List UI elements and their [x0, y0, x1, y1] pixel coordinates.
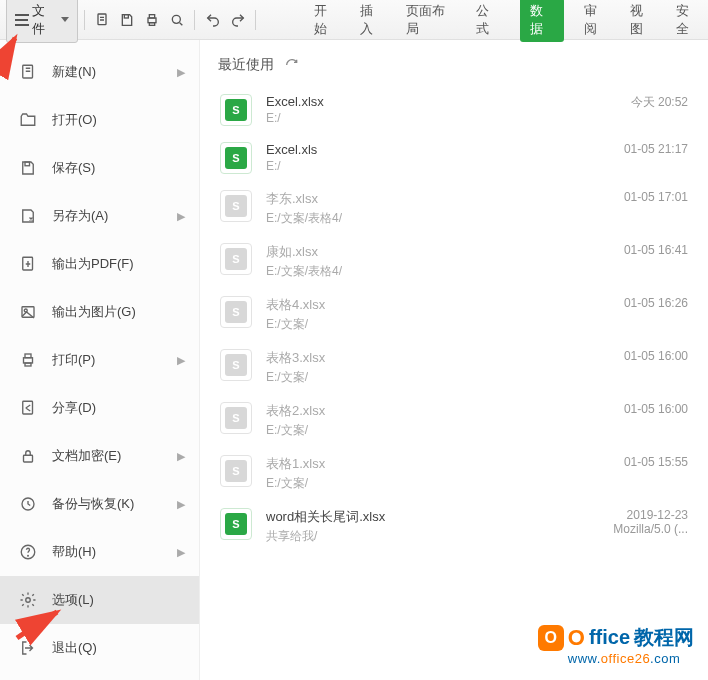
tab-insert[interactable]: 插入	[358, 0, 386, 42]
logo-badge-icon: O	[538, 625, 564, 651]
menu-encrypt[interactable]: 文档加密(E) ▶	[0, 432, 199, 480]
menu-backup[interactable]: 备份与恢复(K) ▶	[0, 480, 199, 528]
recent-file-row[interactable]: S 表格2.xlsx E:/文案/ 01-05 16:00	[218, 394, 690, 447]
tab-view[interactable]: 视图	[628, 0, 656, 42]
menu-export-image[interactable]: 输出为图片(G)	[0, 288, 199, 336]
menu-label: 帮助(H)	[52, 543, 96, 561]
divider	[194, 10, 195, 30]
spreadsheet-icon: S	[220, 402, 252, 434]
footer-logo: O Office教程网 www.office26.com	[538, 624, 694, 666]
menu-open[interactable]: 打开(O)	[0, 96, 199, 144]
file-path: E:/文案/	[266, 316, 564, 333]
svg-point-5	[172, 15, 180, 23]
tab-review[interactable]: 审阅	[582, 0, 610, 42]
recent-file-row[interactable]: S 表格4.xlsx E:/文案/ 01-05 16:26	[218, 288, 690, 341]
tab-pagelayout[interactable]: 页面布局	[404, 0, 456, 42]
file-time: 01-05 16:00	[578, 349, 688, 363]
recent-file-row[interactable]: S Excel.xls E:/ 01-05 21:17	[218, 134, 690, 182]
menu-print[interactable]: 打印(P) ▶	[0, 336, 199, 384]
help-icon	[18, 542, 38, 562]
file-time: 01-05 16:26	[578, 296, 688, 310]
file-time: 01-05 21:17	[578, 142, 688, 156]
file-info: 表格1.xlsx E:/文案/	[266, 455, 564, 492]
menu-label: 另存为(A)	[52, 207, 108, 225]
svg-rect-7	[25, 162, 30, 166]
new-doc-icon[interactable]	[90, 8, 113, 32]
file-path: E:/文案/	[266, 422, 564, 439]
recent-file-row[interactable]: S 表格1.xlsx E:/文案/ 01-05 15:55	[218, 447, 690, 500]
redo-icon[interactable]	[226, 8, 249, 32]
top-toolbar: 文件 开始 插入 页面布局 公式 数据 审阅 视图 安全	[0, 0, 708, 40]
svg-rect-11	[24, 358, 33, 363]
save-icon	[18, 158, 38, 178]
tab-security[interactable]: 安全	[674, 0, 702, 42]
file-path: E:/	[266, 111, 564, 125]
chevron-right-icon: ▶	[177, 546, 185, 559]
menu-saveas[interactable]: 另存为(A) ▶	[0, 192, 199, 240]
divider	[255, 10, 256, 30]
save-icon[interactable]	[115, 8, 138, 32]
file-name: 康如.xlsx	[266, 243, 564, 261]
file-path: E:/文案/表格4/	[266, 210, 564, 227]
chevron-right-icon: ▶	[177, 354, 185, 367]
menu-label: 输出为PDF(F)	[52, 255, 134, 273]
recent-panel: 最近使用 S Excel.xlsx E:/ 今天 20:52 S Excel.x…	[200, 40, 708, 680]
folder-icon	[18, 110, 38, 130]
backup-icon	[18, 494, 38, 514]
tab-data[interactable]: 数据	[520, 0, 564, 42]
preview-icon[interactable]	[165, 8, 188, 32]
recent-file-row[interactable]: S 康如.xlsx E:/文案/表格4/ 01-05 16:41	[218, 235, 690, 288]
menu-label: 备份与恢复(K)	[52, 495, 134, 513]
tab-formula[interactable]: 公式	[474, 0, 502, 42]
file-info: 表格3.xlsx E:/文案/	[266, 349, 564, 386]
image-icon	[18, 302, 38, 322]
refresh-icon[interactable]	[284, 57, 300, 73]
chevron-right-icon: ▶	[177, 498, 185, 511]
recent-file-row[interactable]: S 李东.xlsx E:/文案/表格4/ 01-05 17:01	[218, 182, 690, 235]
spreadsheet-icon: S	[220, 142, 252, 174]
recent-file-row[interactable]: S Excel.xlsx E:/ 今天 20:52	[218, 86, 690, 134]
spreadsheet-icon: S	[220, 508, 252, 540]
file-path: E:/文案/	[266, 475, 564, 492]
print-icon[interactable]	[140, 8, 163, 32]
menu-label: 打印(P)	[52, 351, 95, 369]
annotation-arrow-icon	[0, 32, 45, 82]
menu-share[interactable]: 分享(D)	[0, 384, 199, 432]
svg-rect-9	[22, 307, 34, 318]
chevron-down-icon	[61, 17, 69, 22]
chevron-right-icon: ▶	[177, 450, 185, 463]
file-time: 01-05 16:41	[578, 243, 688, 257]
spreadsheet-icon: S	[220, 349, 252, 381]
menu-export-pdf[interactable]: 输出为PDF(F)	[0, 240, 199, 288]
chevron-right-icon: ▶	[177, 210, 185, 223]
svg-rect-4	[149, 22, 154, 25]
recent-header: 最近使用	[218, 56, 690, 74]
menu-label: 分享(D)	[52, 399, 96, 417]
file-time: 01-05 16:00	[578, 402, 688, 416]
svg-rect-3	[149, 14, 154, 17]
file-name: 李东.xlsx	[266, 190, 564, 208]
spreadsheet-icon: S	[220, 455, 252, 487]
spreadsheet-icon: S	[220, 94, 252, 126]
file-info: 康如.xlsx E:/文案/表格4/	[266, 243, 564, 280]
annotation-arrow-icon	[12, 606, 72, 646]
file-name: 表格4.xlsx	[266, 296, 564, 314]
svg-rect-14	[23, 401, 33, 414]
menu-label: 新建(N)	[52, 63, 96, 81]
file-name: 表格3.xlsx	[266, 349, 564, 367]
svg-rect-1	[124, 14, 128, 17]
svg-point-18	[26, 598, 31, 603]
undo-icon[interactable]	[201, 8, 224, 32]
chevron-right-icon: ▶	[177, 66, 185, 79]
menu-help[interactable]: 帮助(H) ▶	[0, 528, 199, 576]
menu-label: 保存(S)	[52, 159, 95, 177]
share-icon	[18, 398, 38, 418]
file-name: word相关长尾词.xlsx	[266, 508, 564, 526]
menu-save[interactable]: 保存(S)	[0, 144, 199, 192]
spreadsheet-icon: S	[220, 296, 252, 328]
saveas-icon	[18, 206, 38, 226]
file-name: 表格1.xlsx	[266, 455, 564, 473]
recent-file-row[interactable]: S word相关长尾词.xlsx 共享给我/ 2019-12-23Mozilla…	[218, 500, 690, 553]
tab-start[interactable]: 开始	[312, 0, 340, 42]
recent-file-row[interactable]: S 表格3.xlsx E:/文案/ 01-05 16:00	[218, 341, 690, 394]
